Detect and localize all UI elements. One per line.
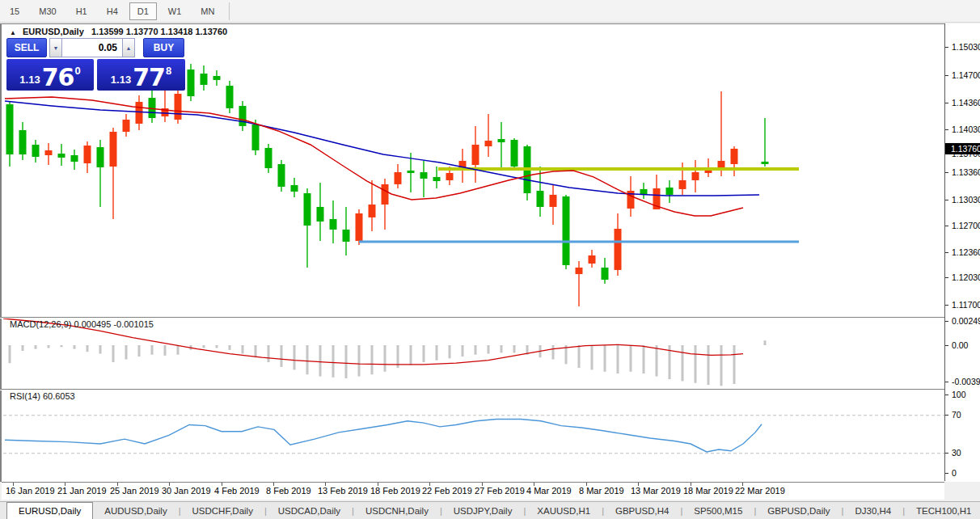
timeframe-button-h4[interactable]: H4 bbox=[99, 2, 126, 20]
sell-button[interactable]: SELL bbox=[6, 38, 47, 57]
date-label: 18 Mar 2019 bbox=[683, 486, 733, 496]
buy-button[interactable]: BUY bbox=[143, 38, 184, 57]
candle-body bbox=[498, 139, 505, 142]
timeframe-button-d1[interactable]: D1 bbox=[129, 2, 157, 20]
candle-body bbox=[382, 184, 389, 205]
sell-price-prefix: 1.13 bbox=[19, 74, 40, 86]
candle-body bbox=[97, 147, 104, 167]
price-tick-label-tick bbox=[945, 75, 948, 76]
macd-panel-splitter[interactable] bbox=[0, 317, 944, 319]
candle-body bbox=[265, 148, 272, 168]
volume-input[interactable] bbox=[62, 38, 122, 57]
candle-body bbox=[123, 120, 130, 132]
timeframe-button-w1[interactable]: W1 bbox=[160, 2, 190, 20]
candle-body bbox=[511, 140, 518, 167]
macd-histogram-bar bbox=[501, 345, 503, 352]
tab-xauusd-h1[interactable]: XAUUSD,H1 bbox=[526, 502, 602, 519]
volume-up-button[interactable]: ▲ bbox=[122, 38, 135, 57]
price-tick-label: 1.12360 bbox=[952, 247, 980, 257]
rsi-tick-label: 70 bbox=[952, 410, 961, 420]
price-tick-label: 1.14360 bbox=[952, 98, 980, 108]
candle-body bbox=[188, 70, 195, 96]
candle-body bbox=[408, 171, 415, 173]
date-label: 18 Feb 2019 bbox=[370, 486, 420, 496]
price-tick-label-tick bbox=[945, 129, 948, 130]
tab-usdcad-daily[interactable]: USDCAD,Daily bbox=[267, 502, 352, 519]
macd-histogram-bar bbox=[151, 345, 154, 355]
macd-histogram-bar bbox=[177, 345, 180, 355]
candle-body bbox=[136, 102, 143, 124]
price-tick-label: 1.15030 bbox=[952, 42, 980, 52]
macd-histogram-bar bbox=[164, 345, 167, 356]
tab-usdcnh-daily[interactable]: USDCNH,Daily bbox=[354, 502, 440, 519]
price-tick-label: 1.12700 bbox=[952, 221, 980, 230]
chart-symbol-header: ▲ EURUSD,Daily 1.13599 1.13770 1.13418 1… bbox=[10, 27, 227, 36]
macd-histogram-bar bbox=[99, 345, 102, 354]
timeframe-button-mn[interactable]: MN bbox=[192, 2, 222, 20]
candle-body bbox=[550, 195, 557, 207]
macd-histogram-bar bbox=[410, 345, 412, 365]
tab-eurusd-daily[interactable]: EURUSD,Daily bbox=[6, 502, 93, 519]
price-tick-label-tick bbox=[945, 226, 948, 226]
macd-histogram-bar bbox=[449, 345, 451, 358]
sell-price-panel[interactable]: 1.13 76 0 bbox=[6, 59, 94, 91]
timeframe-toolbar: 15M30H1H4D1W1MN bbox=[0, 0, 980, 23]
macd-histogram-bar bbox=[462, 345, 464, 357]
candle-body bbox=[446, 173, 454, 180]
tab-gbpusd-daily[interactable]: GBPUSD,Daily bbox=[756, 502, 841, 519]
chart-tab-bar: EURUSD,DailyAUDUSD,Daily|USDCHF,Daily|US… bbox=[0, 501, 980, 519]
timeframe-button-h1[interactable]: H1 bbox=[68, 2, 95, 20]
tab-dj30-h4[interactable]: DJ30,H4 bbox=[843, 502, 902, 519]
tab-sp500-m15[interactable]: SP500,M15 bbox=[682, 502, 754, 519]
macd-histogram-bar bbox=[708, 345, 710, 385]
date-label: 22 Feb 2019 bbox=[422, 486, 472, 496]
rsi-tick-label: 0 bbox=[952, 468, 957, 478]
date-label: 13 Mar 2019 bbox=[631, 486, 681, 496]
macd-tick-label-tick bbox=[945, 382, 948, 382]
rsi-indicator-pane[interactable] bbox=[3, 390, 946, 481]
sell-price-sup: 0 bbox=[74, 65, 80, 77]
rsi-tick-label: 30 bbox=[952, 448, 961, 458]
price-tick-label-tick bbox=[945, 172, 948, 173]
candle-body bbox=[58, 154, 65, 158]
macd-histogram-bar bbox=[112, 345, 115, 362]
timeframe-button-m30[interactable]: M30 bbox=[31, 2, 64, 20]
macd-histogram-bar bbox=[281, 345, 283, 367]
macd-histogram-bar bbox=[138, 345, 141, 357]
macd-indicator-pane[interactable] bbox=[3, 319, 946, 389]
macd-histogram-bar bbox=[764, 340, 767, 345]
volume-down-button[interactable]: ▼ bbox=[49, 38, 62, 57]
date-label: 13 Feb 2019 bbox=[318, 486, 368, 496]
current-price-tag: 1.13760 bbox=[945, 143, 980, 154]
candle-body bbox=[718, 161, 725, 168]
macd-histogram-bar bbox=[268, 345, 270, 362]
rsi-panel-splitter[interactable] bbox=[0, 389, 944, 390]
timeframe-button-15[interactable]: 15 bbox=[2, 2, 27, 20]
candle-body bbox=[317, 207, 324, 222]
collapse-triangle-icon[interactable]: ▲ bbox=[10, 29, 16, 36]
macd-histogram-bar bbox=[513, 345, 516, 352]
rsi-tick-label-tick bbox=[945, 415, 948, 416]
macd-histogram-bar bbox=[552, 345, 555, 360]
buy-price-panel[interactable]: 1.13 77 8 bbox=[97, 59, 185, 91]
tab-tech100-h1[interactable]: TECH100,H1 bbox=[905, 502, 980, 519]
candle-body bbox=[330, 219, 337, 230]
macd-histogram-bar bbox=[294, 345, 296, 369]
macd-histogram-bar bbox=[475, 345, 477, 355]
macd-histogram-bar bbox=[22, 345, 24, 351]
macd-tick-label: 0.002495 bbox=[952, 316, 980, 326]
candle-body bbox=[343, 230, 350, 242]
candle-body bbox=[239, 106, 247, 126]
macd-header: MACD(12,26,9) 0.000495 -0.001015 bbox=[10, 319, 154, 329]
tab-gbpusd-h4[interactable]: GBPUSD,H4 bbox=[604, 502, 680, 519]
buy-price-prefix: 1.13 bbox=[111, 74, 131, 86]
tab-usdjpy-daily[interactable]: USDJPY,Daily bbox=[442, 502, 524, 519]
candle-body bbox=[395, 172, 402, 184]
candle-body bbox=[356, 213, 363, 241]
macd-tick-label-tick bbox=[945, 345, 948, 346]
price-tick-label: 1.11700 bbox=[952, 300, 980, 310]
date-axis: 16 Jan 201921 Jan 201925 Jan 201930 Jan … bbox=[2, 482, 944, 500]
tab-usdchf-daily[interactable]: USDCHF,Daily bbox=[181, 502, 264, 519]
tab-audusd-daily[interactable]: AUDUSD,Daily bbox=[93, 502, 178, 519]
macd-histogram-bar bbox=[61, 345, 63, 347]
